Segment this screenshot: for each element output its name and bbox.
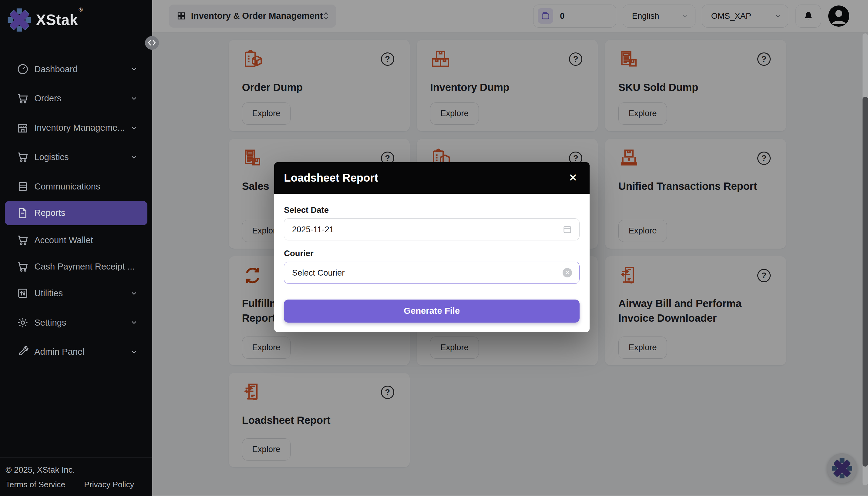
- sidebar-nav: Dashboard Orders Inventory Manageme... L…: [0, 57, 152, 369]
- sidebar-item-label: Account Wallet: [34, 235, 93, 245]
- copyright-text: © 2025, XStak Inc.: [5, 465, 152, 475]
- sidebar-item-reports[interactable]: Reports: [5, 201, 147, 225]
- app-root: XStak® Dashboard Orders Inventory Manage…: [0, 0, 868, 496]
- privacy-policy-link[interactable]: Privacy Policy: [84, 480, 134, 489]
- chevron-down-icon: [130, 348, 138, 356]
- chevron-down-icon: [130, 319, 138, 327]
- chevron-down-icon: [130, 65, 138, 73]
- sliders-icon: [17, 287, 29, 299]
- brand-reg-mark: ®: [78, 6, 82, 13]
- select-date-label: Select Date: [284, 205, 580, 215]
- store-icon: [17, 122, 29, 134]
- brand-name: XStak: [36, 12, 78, 28]
- gauge-icon: [17, 63, 29, 75]
- chevron-down-icon: [130, 124, 138, 132]
- close-icon[interactable]: ✕: [565, 172, 581, 184]
- cart-icon: [17, 92, 29, 105]
- chevron-down-icon: [130, 95, 138, 103]
- sidebar-item-label: Admin Panel: [34, 347, 85, 357]
- document-icon: [17, 207, 29, 219]
- sidebar-item-logistics[interactable]: Logistics: [5, 145, 147, 169]
- sidebar-item-label: Reports: [34, 208, 65, 218]
- terms-of-service-link[interactable]: Terms of Service: [5, 480, 65, 489]
- date-input[interactable]: 2025-11-21: [284, 218, 580, 241]
- server-icon: [17, 181, 29, 192]
- sidebar-item-label: Utilities: [34, 288, 63, 298]
- wrench-icon: [17, 346, 29, 358]
- courier-label: Courier: [284, 249, 580, 258]
- modal-header: Loadsheet Report ✕: [274, 162, 590, 194]
- sidebar-item-label: Communications: [34, 182, 100, 191]
- cart-icon: [17, 261, 29, 273]
- sidebar-item-label: Dashboard: [34, 64, 78, 74]
- sidebar-item-communications[interactable]: Communications: [5, 174, 147, 199]
- sidebar-item-label: Inventory Manageme...: [34, 123, 125, 133]
- courier-select[interactable]: Select Courier ✕: [284, 262, 580, 284]
- chevron-down-icon: [130, 153, 138, 161]
- sidebar-item-account-wallet[interactable]: Account Wallet: [5, 228, 147, 252]
- clear-x-icon[interactable]: ✕: [563, 268, 572, 277]
- sidebar-item-orders[interactable]: Orders: [5, 87, 147, 111]
- sidebar-item-label: Settings: [34, 318, 66, 328]
- gear-icon: [17, 316, 29, 329]
- xstak-logo-icon: [7, 7, 32, 33]
- sidebar-item-label: Orders: [34, 93, 61, 103]
- sidebar-item-admin-panel[interactable]: Admin Panel: [5, 340, 147, 364]
- sidebar-item-utilities[interactable]: Utilities: [5, 281, 147, 305]
- date-value: 2025-11-21: [292, 224, 334, 234]
- sidebar-item-label: Logistics: [34, 152, 69, 162]
- courier-placeholder: Select Courier: [292, 268, 345, 278]
- cart-icon: [17, 234, 29, 246]
- scrollbar-thumb[interactable]: [863, 97, 868, 466]
- collapse-sidebar-icon: [148, 40, 156, 46]
- cart-icon: [17, 151, 29, 163]
- sidebar: XStak® Dashboard Orders Inventory Manage…: [0, 0, 152, 496]
- sidebar-item-cash-payment-receipt[interactable]: Cash Payment Receipt ...: [5, 255, 147, 279]
- sidebar-collapse-toggle[interactable]: [145, 36, 159, 50]
- sidebar-footer: © 2025, XStak Inc. Terms of Service Priv…: [0, 458, 152, 496]
- sidebar-item-dashboard[interactable]: Dashboard: [5, 57, 147, 81]
- calendar-icon: [563, 224, 572, 234]
- sidebar-item-settings[interactable]: Settings: [5, 310, 147, 335]
- modal-title: Loadsheet Report: [284, 172, 378, 184]
- brand-logo: XStak®: [7, 7, 82, 33]
- chevron-down-icon: [130, 290, 138, 297]
- sidebar-item-label: Cash Payment Receipt ...: [34, 262, 135, 272]
- generate-file-button[interactable]: Generate File: [284, 299, 580, 323]
- modal-body: Select Date 2025-11-21 Courier Select Co…: [274, 194, 590, 323]
- loadsheet-report-modal: Loadsheet Report ✕ Select Date 2025-11-2…: [274, 162, 590, 332]
- sidebar-item-inventory-management[interactable]: Inventory Manageme...: [5, 115, 147, 140]
